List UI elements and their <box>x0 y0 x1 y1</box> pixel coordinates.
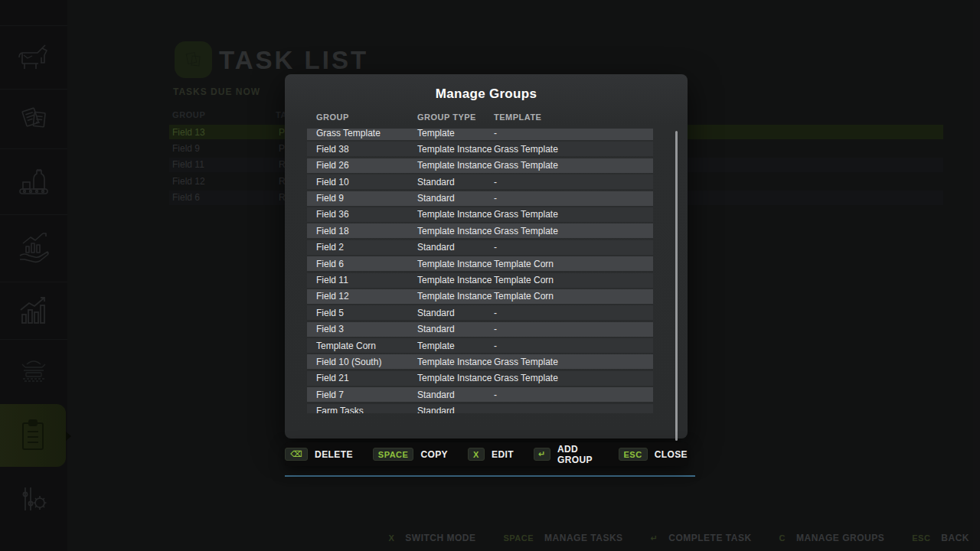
button-label: COPY <box>420 449 448 460</box>
manage-groups-dialog: Manage Groups GROUP GROUP TYPE TEMPLATE … <box>285 74 688 439</box>
cell-group-type: Template Instance <box>417 160 494 171</box>
cell-group-type: Standard <box>417 390 494 400</box>
table-row[interactable]: Field 7 Standard - <box>307 387 653 402</box>
cell-group: Field 5 <box>316 308 417 318</box>
button-label: EDIT <box>492 449 514 460</box>
table-row[interactable]: Field 6 Template Instance Template Corn <box>307 256 653 271</box>
toolbar-button[interactable]: X EDIT <box>468 448 514 461</box>
cell-template: Template Corn <box>494 259 653 269</box>
cell-group-type: Standard <box>417 308 494 318</box>
cell-group: Field 11 <box>316 275 417 285</box>
table-row[interactable]: Grass Template Template - <box>307 129 653 140</box>
cell-group: Template Corn <box>316 341 417 351</box>
focus-underline <box>285 475 695 477</box>
table-row[interactable]: Field 2 Standard - <box>307 240 653 255</box>
table-row[interactable]: Field 5 Standard - <box>307 305 653 320</box>
cell-group: Field 6 <box>316 259 417 269</box>
table-row[interactable]: Field 38 Template Instance Grass Templat… <box>307 142 653 156</box>
table-row[interactable]: Field 12 Template Instance Template Corn <box>307 289 653 304</box>
cell-group: Field 38 <box>316 144 417 155</box>
table-row[interactable]: Template Corn Template - <box>307 338 653 353</box>
cell-group: Field 10 <box>316 177 417 187</box>
cell-group-type: Template Instance <box>417 291 494 302</box>
table-row[interactable]: Field 3 Standard - <box>307 322 653 337</box>
table-header-row: GROUP GROUP TYPE TEMPLATE <box>307 112 653 122</box>
cell-group: Field 10 (South) <box>316 357 417 367</box>
dialog-title: Manage Groups <box>285 86 688 102</box>
table-row[interactable]: Field 26 Template Instance Grass Templat… <box>307 158 653 173</box>
col-group: GROUP <box>316 112 417 122</box>
key-badge: SPACE <box>373 448 414 461</box>
cell-group-type: Standard <box>417 324 494 334</box>
cell-group-type: Template <box>417 341 494 351</box>
table-row[interactable]: Farm Tasks Standard <box>307 404 653 413</box>
table-row[interactable]: Field 21 Template Instance Grass Templat… <box>307 371 653 386</box>
col-group-type: GROUP TYPE <box>417 112 494 122</box>
button-label: ADD GROUP <box>557 444 599 465</box>
cell-group-type: Template Instance <box>417 259 494 269</box>
cell-group: Field 12 <box>316 291 417 302</box>
cell-group: Field 9 <box>316 193 417 204</box>
button-label: CLOSE <box>655 449 688 460</box>
cell-group-type: Template Instance <box>417 275 494 285</box>
cell-template: Template Corn <box>494 275 653 285</box>
key-badge: ESC <box>619 448 648 461</box>
toolbar-button[interactable]: SPACE COPY <box>373 448 448 461</box>
cell-template: - <box>494 177 653 187</box>
toolbar-button[interactable]: ESC CLOSE <box>619 448 688 461</box>
table-row[interactable]: Field 9 Standard - <box>307 191 653 206</box>
table-row[interactable]: Field 10 (South) Template Instance Grass… <box>307 354 653 369</box>
key-badge: X <box>468 448 485 461</box>
cell-group: Field 36 <box>316 209 417 220</box>
cell-group-type: Standard <box>417 242 494 253</box>
cell-group: Grass Template <box>316 129 417 139</box>
cell-group-type: Template Instance <box>417 226 494 236</box>
cell-group: Field 7 <box>316 390 417 400</box>
cell-group: Field 21 <box>316 373 417 383</box>
cell-template: - <box>494 308 653 318</box>
col-template: TEMPLATE <box>494 112 653 122</box>
dialog-button-bar: ⌫ DELETE SPACE COPY X EDIT ↵ ADD GROUP E… <box>285 442 688 466</box>
cell-template: - <box>494 242 653 253</box>
app-screen: TASK LIST TASKS DUE NOW GROUP TASK Field… <box>0 0 980 551</box>
cell-group-type: Standard <box>417 177 494 187</box>
table-row[interactable]: Field 18 Template Instance Grass Templat… <box>307 223 653 238</box>
table-scroll-viewport: Grass Template Template - Field 38 Templ… <box>307 129 653 413</box>
table-row[interactable]: Field 36 Template Instance Grass Templat… <box>307 207 653 222</box>
cell-template: Grass Template <box>494 357 653 367</box>
key-badge: ↵ <box>534 448 550 461</box>
scrollbar-track[interactable] <box>675 131 678 463</box>
scrollbar-thumb[interactable] <box>675 131 678 441</box>
cell-template: - <box>494 129 653 139</box>
cell-template: Grass Template <box>494 144 653 155</box>
cell-group: Field 2 <box>316 242 417 253</box>
cell-template: Grass Template <box>494 209 653 220</box>
cell-template: Grass Template <box>494 226 653 236</box>
table-row[interactable]: Field 11 Template Instance Template Corn <box>307 273 653 288</box>
cell-group-type: Standard <box>417 193 494 204</box>
cell-group-type: Template Instance <box>417 357 494 367</box>
cell-template: - <box>494 324 653 334</box>
cell-template: - <box>494 341 653 351</box>
cell-group-type: Template Instance <box>417 373 494 383</box>
cell-template: Grass Template <box>494 373 653 383</box>
cell-group: Farm Tasks <box>316 406 417 413</box>
groups-table: Grass Template Template - Field 38 Templ… <box>307 129 653 413</box>
toolbar-button[interactable]: ⌫ DELETE <box>285 448 353 461</box>
table-row[interactable]: Field 10 Standard - <box>307 174 653 189</box>
cell-template: Template Corn <box>494 291 653 302</box>
cell-template: - <box>494 193 653 204</box>
button-label: DELETE <box>315 449 353 460</box>
cell-group-type: Template Instance <box>417 144 494 155</box>
key-badge: ⌫ <box>285 448 308 461</box>
cell-group-type: Template <box>417 129 494 139</box>
cell-group-type: Standard <box>417 406 494 413</box>
cell-template: Grass Template <box>494 160 653 171</box>
cell-group-type: Template Instance <box>417 209 494 220</box>
cell-group: Field 18 <box>316 226 417 236</box>
cell-group: Field 3 <box>316 324 417 334</box>
toolbar-button[interactable]: ↵ ADD GROUP <box>534 444 599 465</box>
cell-group: Field 26 <box>316 160 417 171</box>
cell-template: - <box>494 390 653 400</box>
